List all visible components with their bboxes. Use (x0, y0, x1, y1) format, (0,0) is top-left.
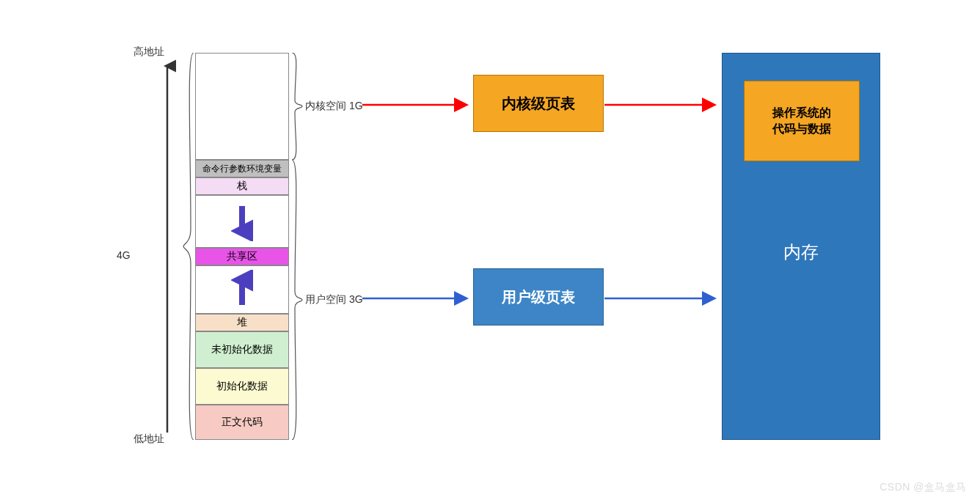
arrow-user-2 (604, 287, 720, 309)
brace-user (290, 160, 304, 440)
segment-data: 初始化数据 (195, 368, 289, 405)
box-memory-label: 内存 (783, 240, 819, 264)
segment-kernel-space (195, 53, 289, 160)
segment-shared: 共享区 (195, 248, 289, 265)
address-arrow (158, 59, 176, 440)
box-os-code-label: 操作系统的 代码与数据 (772, 105, 831, 138)
label-low-addr: 低地址 (134, 433, 164, 446)
segment-args: 命令行参数环境变量 (195, 160, 289, 177)
box-kernel-table-label: 内核级页表 (502, 94, 575, 114)
segment-heap: 堆 (195, 314, 289, 331)
label-kernel-space: 内核空间 1G (305, 100, 363, 113)
segment-text-label: 正文代码 (222, 416, 263, 429)
stack-grow-arrow (231, 202, 253, 241)
segment-heap-label: 堆 (237, 316, 247, 329)
segment-bss: 未初始化数据 (195, 331, 289, 368)
label-4g: 4G (117, 249, 131, 261)
label-user-space: 用户空间 3G (305, 293, 363, 306)
arrow-kernel-1 (362, 94, 472, 116)
watermark: CSDN @盒马盒马 (880, 481, 967, 494)
box-user-table-label: 用户级页表 (502, 287, 575, 307)
brace-kernel (290, 53, 304, 160)
segment-stack-label: 栈 (237, 180, 247, 193)
box-user-table: 用户级页表 (473, 268, 604, 326)
segment-gap-bottom (195, 265, 289, 314)
box-kernel-table: 内核级页表 (473, 75, 604, 132)
heap-grow-arrow (231, 270, 253, 309)
segment-data-label: 初始化数据 (216, 380, 268, 393)
segment-stack: 栈 (195, 177, 289, 195)
arrow-user-1 (362, 287, 472, 309)
segment-gap-top (195, 195, 289, 248)
brace-4g (182, 53, 195, 440)
segment-args-label: 命令行参数环境变量 (202, 163, 282, 175)
segment-bss-label: 未初始化数据 (211, 343, 273, 356)
box-os-code: 操作系统的 代码与数据 (744, 81, 860, 161)
arrow-kernel-2 (604, 94, 720, 116)
label-high-addr: 高地址 (134, 45, 164, 59)
segment-text: 正文代码 (195, 405, 289, 440)
segment-shared-label: 共享区 (227, 250, 257, 263)
